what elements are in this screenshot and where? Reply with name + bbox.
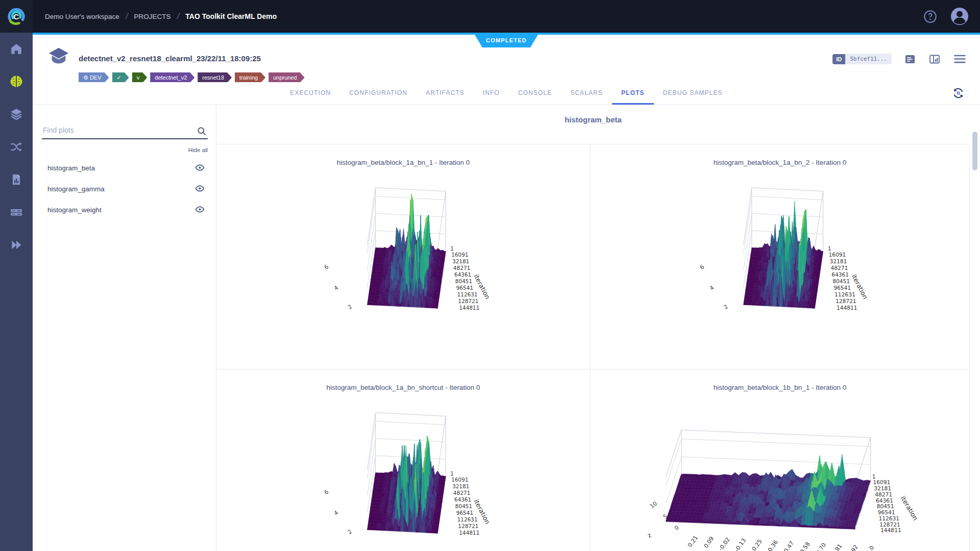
- plot-card: histogram_beta/block_1a_bn_shortcut - It…: [216, 369, 591, 551]
- pipelines-icon: [10, 140, 23, 154]
- tab-strip: EXECUTIONCONFIGURATIONARTIFACTSINFOCONSO…: [33, 82, 980, 105]
- experiment-type-icon: [47, 45, 70, 70]
- svg-text:96541: 96541: [878, 509, 895, 515]
- plot-list-item-histogram_beta[interactable]: histogram_beta: [42, 158, 208, 179]
- experiment-tag: ✓: [112, 72, 129, 83]
- tab-configuration[interactable]: CONFIGURATION: [340, 82, 416, 105]
- sidebar-item-reports[interactable]: [0, 163, 33, 196]
- svg-text:27: 27: [738, 324, 747, 334]
- sidebar-item-pipelines[interactable]: [0, 131, 33, 163]
- surface-plot-block_1b_bn_1[interactable]: 1050z11609132181482716436180451965411126…: [591, 369, 969, 551]
- auto-refresh-icon[interactable]: [952, 87, 965, 102]
- tab-bar: EXECUTIONCONFIGURATIONARTIFACTSINFOCONSO…: [33, 82, 980, 105]
- plot-list-item-label: histogram_beta: [47, 164, 95, 172]
- clearml-logo[interactable]: C: [0, 0, 33, 33]
- svg-text:16: 16: [746, 325, 755, 335]
- tab-debug-samples[interactable]: DEBUG SAMPLES: [654, 82, 732, 105]
- plot-grid: histogram_beta/block_1a_bn_1 - Iteration…: [216, 144, 970, 551]
- svg-text:6: 6: [323, 263, 330, 271]
- sidebar-item-datasets[interactable]: [0, 98, 33, 131]
- sidebar-item-dashboard[interactable]: [0, 33, 33, 65]
- plot-search-box: [42, 126, 208, 139]
- sidebar-item-workers[interactable]: [0, 229, 33, 261]
- svg-text:-0.81: -0.81: [829, 543, 843, 551]
- tab-plots[interactable]: PLOTS: [612, 82, 654, 105]
- breadcrumb-workspace[interactable]: Demo User's workspace: [45, 13, 119, 20]
- status-line: [33, 33, 980, 35]
- svg-text:-0.58: -0.58: [797, 541, 811, 551]
- svg-text:112631: 112631: [835, 291, 855, 297]
- scrollbar-thumb[interactable]: [972, 132, 977, 170]
- svg-text:0.21: 0.21: [687, 535, 699, 548]
- help-icon[interactable]: [923, 10, 937, 23]
- tab-execution[interactable]: EXECUTION: [281, 82, 340, 105]
- split-view-icon[interactable]: [928, 53, 941, 65]
- svg-text:16091: 16091: [451, 477, 468, 483]
- svg-text:16091: 16091: [873, 479, 891, 485]
- surface-plot-block_1a_bn_1[interactable]: 2461160913218148271643618045196541112631…: [216, 144, 590, 369]
- svg-text:48271: 48271: [830, 265, 848, 271]
- svg-text:C: C: [14, 12, 19, 21]
- svg-text:2: 2: [798, 329, 806, 336]
- eye-icon[interactable]: [195, 205, 205, 214]
- experiment-id-badge[interactable]: ID 5bfcef11...: [832, 54, 892, 64]
- svg-text:2: 2: [722, 303, 729, 310]
- sidebar-item-projects[interactable]: [0, 65, 33, 98]
- plot-card: histogram_beta/block_1a_bn_1 - Iteration…: [216, 144, 591, 369]
- hide-all-button[interactable]: Hide all: [42, 147, 208, 153]
- brain-icon: [9, 74, 23, 89]
- eye-icon[interactable]: [195, 184, 205, 193]
- svg-text:87: 87: [353, 549, 362, 551]
- hamburger-menu-icon[interactable]: [953, 52, 967, 66]
- eye-icon[interactable]: [195, 163, 205, 172]
- section-title: histogram_beta: [216, 105, 970, 124]
- details-panel-icon[interactable]: [904, 53, 916, 65]
- tab-info[interactable]: INFO: [474, 82, 509, 105]
- breadcrumb-projects[interactable]: PROJECTS: [134, 13, 171, 20]
- svg-text:38: 38: [729, 324, 739, 334]
- svg-text:64361: 64361: [454, 496, 471, 503]
- svg-text:32181: 32181: [874, 485, 891, 491]
- svg-text:80451: 80451: [832, 278, 850, 284]
- experiment-tags: ⚙ DEV✓vdetectnet_v2resnet18trainingunpru…: [79, 72, 305, 83]
- svg-text:4: 4: [708, 284, 716, 291]
- breadcrumb-separator: /: [126, 11, 128, 21]
- avatar[interactable]: [950, 7, 969, 26]
- surface-plot-block_1a_bn_shortcut[interactable]: 2461160913218148271643618045196541112631…: [216, 369, 590, 551]
- svg-text:2: 2: [347, 528, 354, 536]
- breadcrumb: Demo User's workspace / PROJECTS / TAO T…: [45, 11, 277, 21]
- sidebar-item-queues[interactable]: [0, 196, 33, 229]
- surface-plot-block_1a_bn_2[interactable]: 2461160913218148271643618045196541112631…: [591, 144, 969, 369]
- experiment-header-actions: ID 5bfcef11...: [832, 52, 967, 66]
- workers-icon: [10, 238, 23, 252]
- svg-text:0: 0: [723, 323, 730, 330]
- svg-text:1: 1: [450, 245, 454, 252]
- tab-console[interactable]: CONSOLE: [509, 82, 561, 105]
- queues-icon: [10, 206, 23, 219]
- search-input[interactable]: [42, 126, 194, 135]
- id-label: ID: [832, 54, 845, 64]
- plots-content: histogram_beta histogram_beta/block_1a_b…: [216, 105, 970, 551]
- svg-text:10: 10: [649, 500, 658, 510]
- id-value: 5bfcef11...: [845, 54, 892, 64]
- experiment-tag: training: [235, 72, 265, 83]
- svg-text:70: 70: [361, 324, 371, 334]
- plot-list-item-label: histogram_gamma: [47, 185, 105, 193]
- svg-text:-0.36: -0.36: [766, 539, 779, 551]
- svg-text:144811: 144811: [880, 528, 901, 534]
- experiment-tag: detectnet_v2: [150, 72, 194, 83]
- plot-list-item-histogram_gamma[interactable]: histogram_gamma: [42, 179, 208, 199]
- tab-scalars[interactable]: SCALARS: [561, 82, 612, 105]
- plots-sidebar: Hide all histogram_betahistogram_gammahi…: [33, 105, 216, 551]
- svg-text:4: 4: [333, 284, 340, 292]
- tab-artifacts[interactable]: ARTIFACTS: [416, 82, 474, 105]
- svg-text:1: 1: [806, 330, 814, 336]
- svg-text:64361: 64361: [876, 497, 893, 504]
- search-icon[interactable]: [197, 126, 207, 138]
- svg-text:6: 6: [699, 263, 706, 270]
- plot-list-item-histogram_weight[interactable]: histogram_weight: [42, 199, 208, 220]
- svg-text:144811: 144811: [459, 530, 479, 536]
- svg-text:z: z: [646, 532, 653, 539]
- svg-text:64361: 64361: [831, 271, 849, 278]
- svg-text:48271: 48271: [453, 490, 470, 496]
